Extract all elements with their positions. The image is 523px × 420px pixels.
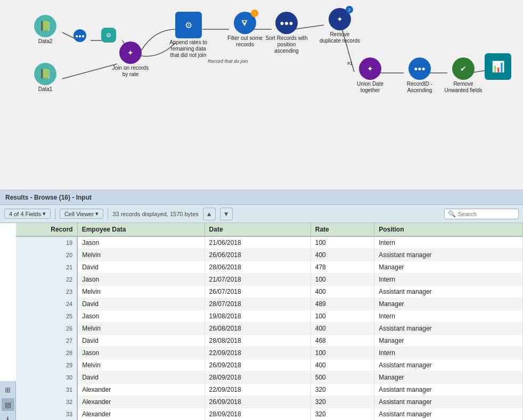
cell-position: Assistant manager [374, 323, 523, 335]
node-join-records[interactable]: ✦ Join on records by rate [112, 42, 149, 78]
search-icon: 🔍 [448, 210, 456, 218]
table-row[interactable]: 20 Melvin 26/06/2018 400 Assistant manag… [16, 249, 523, 261]
cell-date: 28/06/2018 [205, 261, 310, 274]
table-container[interactable]: Record Empoyee Data Date Rate Position 1… [16, 223, 523, 420]
node-recordid[interactable]: ●●● RecordID - Ascending [398, 57, 441, 94]
results-panel: Results - Browse (16) - Input 4 of 4 Fie… [0, 191, 523, 420]
node-rect-connector[interactable]: ⚙ [101, 28, 116, 43]
node-sort-icon: ●●● [275, 12, 298, 34]
table-row[interactable]: 28 Jason 22/09/2018 100 Intern [16, 347, 523, 359]
cell-rate: 478 [310, 261, 374, 274]
cell-date: 26/08/2018 [205, 323, 310, 335]
node-output[interactable]: 📊 [485, 53, 511, 80]
cell-record: 27 [16, 335, 77, 347]
node-join-circle[interactable]: ●●● [73, 29, 86, 42]
cell-record: 33 [16, 408, 77, 421]
node-append-rates[interactable]: ⚙ Append rates to remaining data that di… [168, 12, 208, 59]
node-remove-dup-icon: ✦ 2 [329, 8, 351, 30]
workflow-canvas: Record that do join #1 📗 Data2 ●●● ⚙ 📗 D… [0, 0, 523, 191]
svg-text:Record that do join: Record that do join [208, 59, 248, 64]
node-union-icon: ✦ [359, 57, 381, 80]
nav-down-button[interactable]: ▼ [220, 208, 233, 220]
node-join-label: Join on records by rate [112, 65, 149, 78]
cell-employee: Jason [77, 347, 205, 359]
node-remove-fields[interactable]: ✔ Remove Unwanted fields [442, 57, 485, 94]
cell-date: 28/07/2018 [205, 298, 310, 310]
results-header: Results - Browse (16) - Input [0, 191, 523, 205]
table-row[interactable]: 31 Alexander 22/09/2018 320 Assistant ma… [16, 384, 523, 396]
table-row[interactable]: 19 Jason 21/06/2018 100 Intern [16, 236, 523, 249]
cell-position: Intern [374, 236, 523, 249]
cell-employee: Jason [77, 236, 205, 249]
node-union-label: Union Date together [349, 81, 391, 94]
cell-record: 25 [16, 310, 77, 323]
cell-position: Manager [374, 298, 523, 310]
node-remove-fields-label: Remove Unwanted fields [442, 81, 485, 94]
cell-date: 26/07/2018 [205, 286, 310, 298]
cell-date: 21/07/2018 [205, 274, 310, 286]
table-row[interactable]: 21 David 28/06/2018 478 Manager [16, 261, 523, 274]
node-data1[interactable]: 📗 Data1 [34, 63, 56, 93]
results-toolbar: 4 of 4 Fields ▾ Cell Viewer ▾ 33 records… [0, 205, 523, 223]
table-row[interactable]: 25 Jason 19/08/2018 100 Intern [16, 310, 523, 323]
cell-position: Intern [374, 310, 523, 323]
cell-record: 22 [16, 274, 77, 286]
cell-employee: Melvin [77, 286, 205, 298]
nav-up-button[interactable]: ▲ [203, 208, 216, 220]
node-sort-records[interactable]: ●●● Sort Records with position ascending [265, 12, 308, 54]
node-sort-label: Sort Records with position ascending [265, 35, 308, 54]
cell-record: 31 [16, 384, 77, 396]
table-row[interactable]: 23 Melvin 26/07/2018 400 Assistant manag… [16, 286, 523, 298]
cell-employee: Alexander [77, 396, 205, 408]
cell-date: 21/06/2018 [205, 236, 310, 249]
table-row[interactable]: 32 Alexander 26/09/2018 320 Assistant ma… [16, 396, 523, 408]
cell-date: 28/08/2018 [205, 335, 310, 347]
table-row[interactable]: 27 David 28/08/2018 468 Manager [16, 335, 523, 347]
table-row[interactable]: 29 Melvin 26/09/2018 400 Assistant manag… [16, 359, 523, 372]
sidebar-table-icon[interactable]: ▤ [2, 398, 14, 411]
cell-date: 28/09/2018 [205, 408, 310, 421]
cell-rate: 400 [310, 323, 374, 335]
table-header-row: Record Empoyee Data Date Rate Position [16, 223, 523, 236]
results-table: Record Empoyee Data Date Rate Position 1… [16, 223, 523, 420]
node-filter-records[interactable]: ⛛ 7 Filter out some records [224, 12, 266, 48]
cell-date: 26/09/2018 [205, 359, 310, 372]
col-header-record: Record [16, 223, 77, 236]
viewer-button[interactable]: Cell Viewer ▾ [60, 209, 103, 219]
cell-date: 22/09/2018 [205, 347, 310, 359]
cell-record: 32 [16, 396, 77, 408]
cell-rate: 100 [310, 347, 374, 359]
fields-button[interactable]: 4 of 4 Fields ▾ [4, 209, 51, 219]
sidebar-grid-icon[interactable]: ⊞ [2, 383, 14, 396]
cell-position: Assistant manager [374, 384, 523, 396]
cell-position: Manager [374, 372, 523, 384]
cell-position: Manager [374, 335, 523, 347]
node-filter-label: Filter out some records [224, 35, 266, 48]
sidebar-info-icon[interactable]: ℹ [2, 413, 14, 420]
results-header-text: Results - Browse (16) - Input [5, 194, 92, 201]
node-data2-icon: 📗 [34, 15, 56, 37]
node-append-label: Append rates to remaining data that did … [168, 39, 208, 59]
cell-record: 21 [16, 261, 77, 274]
table-row[interactable]: 30 David 28/09/2018 500 Manager [16, 372, 523, 384]
cell-employee: David [77, 261, 205, 274]
search-input[interactable] [458, 211, 517, 217]
viewer-dropdown-icon: ▾ [95, 210, 99, 217]
cell-record: 24 [16, 298, 77, 310]
cell-position: Intern [374, 347, 523, 359]
cell-record: 28 [16, 347, 77, 359]
cell-position: Assistant manager [374, 396, 523, 408]
svg-line-1 [62, 64, 117, 79]
cell-employee: Alexander [77, 384, 205, 396]
node-union-date[interactable]: ✦ Union Date together [349, 57, 391, 94]
table-row[interactable]: 22 Jason 21/07/2018 100 Intern [16, 274, 523, 286]
table-row[interactable]: 33 Alexander 28/09/2018 320 Assistant ma… [16, 408, 523, 421]
cell-employee: Melvin [77, 323, 205, 335]
table-row[interactable]: 24 David 28/07/2018 489 Manager [16, 298, 523, 310]
node-filter-badge: 7 [251, 10, 258, 17]
cell-rate: 400 [310, 286, 374, 298]
node-data2[interactable]: 📗 Data2 [34, 15, 56, 45]
cell-rate: 468 [310, 335, 374, 347]
node-remove-dup[interactable]: ✦ 2 Remove duplicate records [318, 8, 361, 44]
table-row[interactable]: 26 Melvin 26/08/2018 400 Assistant manag… [16, 323, 523, 335]
